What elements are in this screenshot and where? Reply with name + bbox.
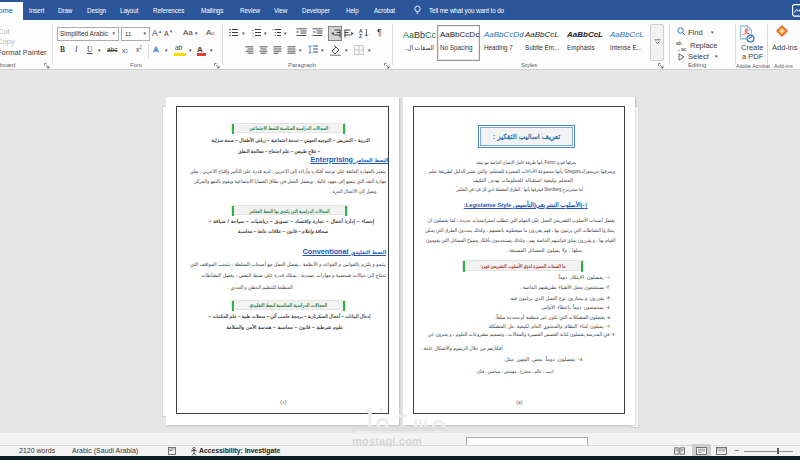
svg-text:Z: Z <box>359 33 362 39</box>
